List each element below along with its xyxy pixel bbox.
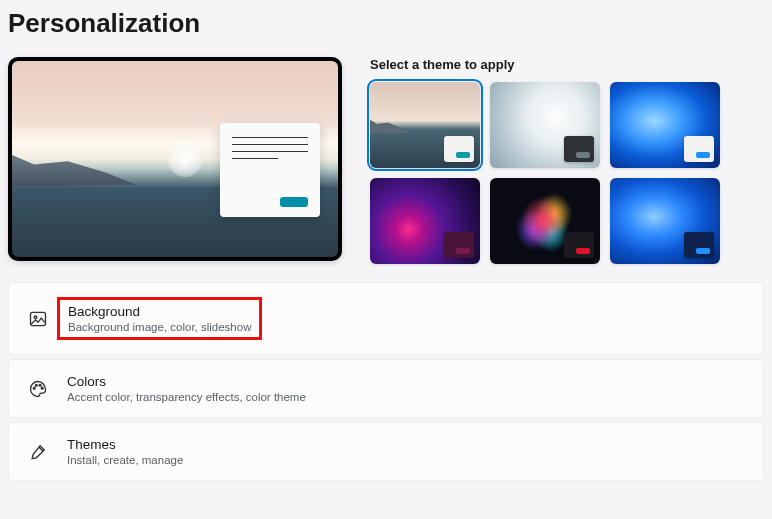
themes-heading: Select a theme to apply (370, 57, 764, 72)
setting-desc: Accent color, transparency effects, colo… (67, 391, 306, 403)
theme-tile-glow-light[interactable] (490, 82, 600, 168)
picture-icon (27, 309, 49, 329)
theme-tile-bloom-blue-light[interactable] (610, 82, 720, 168)
theme-tile-flow-dark[interactable] (490, 178, 600, 264)
setting-title: Background (68, 304, 251, 319)
theme-tile-sunrise-dark[interactable] (370, 178, 480, 264)
palette-icon (27, 379, 49, 399)
settings-list: Background Background image, color, slid… (8, 282, 764, 481)
svg-point-1 (34, 316, 37, 319)
svg-point-3 (35, 384, 37, 386)
svg-point-5 (41, 387, 43, 389)
highlighted-background-option: Background Background image, color, slid… (57, 297, 262, 340)
svg-rect-0 (31, 312, 46, 325)
setting-item-colors[interactable]: Colors Accent color, transparency effect… (8, 359, 764, 418)
setting-item-themes[interactable]: Themes Install, create, manage (8, 422, 764, 481)
setting-desc: Background image, color, slideshow (68, 321, 251, 333)
theme-tile-bloom-blue-dark[interactable] (610, 178, 720, 264)
themes-grid (370, 82, 764, 264)
paintbrush-icon (27, 442, 49, 462)
setting-desc: Install, create, manage (67, 454, 183, 466)
setting-title: Colors (67, 374, 306, 389)
svg-point-4 (39, 384, 41, 386)
theme-tile-light[interactable] (370, 82, 480, 168)
desktop-preview (8, 57, 342, 261)
preview-window-card (220, 123, 320, 217)
svg-point-2 (33, 387, 35, 389)
setting-item-background[interactable]: Background Background image, color, slid… (8, 282, 764, 355)
setting-title: Themes (67, 437, 183, 452)
page-title: Personalization (8, 8, 764, 39)
